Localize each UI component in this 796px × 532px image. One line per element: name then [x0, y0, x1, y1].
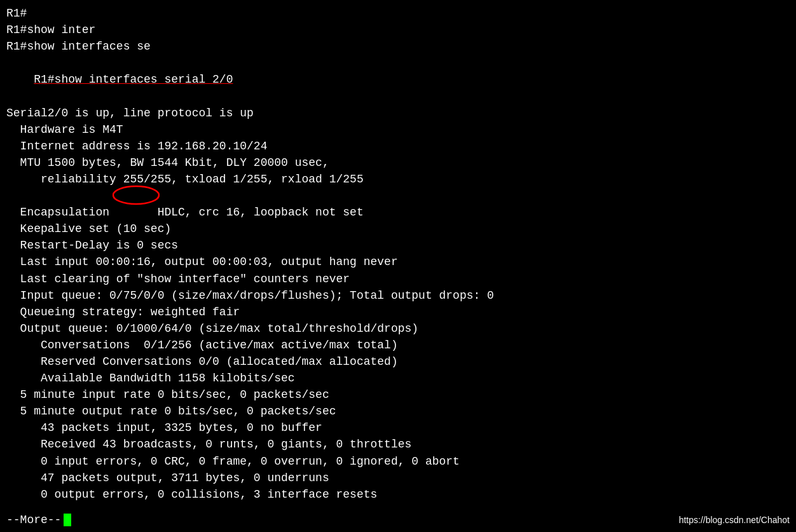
- hdlc-circle: [113, 185, 160, 205]
- line-packets-output: 47 packets output, 3711 bytes, 0 underru…: [6, 470, 790, 486]
- line-restart-delay: Restart-Delay is 0 secs: [6, 237, 790, 254]
- line-5min-input: 5 minute input rate 0 bits/sec, 0 packet…: [6, 386, 790, 403]
- line-available-bandwidth: Available Bandwidth 1158 kilobits/sec: [6, 370, 790, 386]
- line-r1-prompt: R1#: [6, 5, 790, 22]
- line-encapsulation: Encapsulation HDLC, crc 16, loopback not…: [6, 188, 790, 221]
- line-show-interfaces-serial: R1#show interfaces serial 2/0: [6, 55, 790, 104]
- underlined-command: R1#show interfaces serial 2/0: [34, 73, 233, 86]
- bottom-bar: --More-- https://blog.csdn.net/Chahot: [0, 512, 796, 528]
- line-show-inter: R1#show inter: [6, 22, 790, 38]
- line-keepalive: Keepalive set (10 sec): [6, 221, 790, 237]
- line-received: Received 43 broadcasts, 0 runts, 0 giant…: [6, 436, 790, 453]
- svg-point-0: [113, 186, 159, 204]
- line-output-errors: 0 output errors, 0 collisions, 3 interfa…: [6, 486, 790, 503]
- cursor: [64, 514, 71, 526]
- more-prompt[interactable]: --More--: [6, 512, 71, 528]
- line-reserved-conversations: Reserved Conversations 0/0 (allocated/ma…: [6, 353, 790, 370]
- line-hardware: Hardware is M4T: [6, 121, 790, 138]
- line-5min-output: 5 minute output rate 0 bits/sec, 0 packe…: [6, 403, 790, 419]
- hdlc-wrapper: HDLC: [116, 188, 185, 221]
- line-serial-status: Serial2/0 is up, line protocol is up: [6, 105, 790, 121]
- line-show-interfaces-se: R1#show interfaces se: [6, 38, 790, 55]
- line-output-queue: Output queue: 0/1000/64/0 (size/max tota…: [6, 320, 790, 337]
- line-reliability: reliability 255/255, txload 1/255, rxloa…: [6, 171, 790, 188]
- line-last-clearing: Last clearing of "show interface" counte…: [6, 271, 790, 287]
- more-text: --More--: [6, 512, 61, 528]
- watermark: https://blog.csdn.net/Chahot: [679, 514, 790, 526]
- line-mtu: MTU 1500 bytes, BW 1544 Kbit, DLY 20000 …: [6, 154, 790, 171]
- line-queueing: Queueing strategy: weighted fair: [6, 304, 790, 320]
- line-internet-addr: Internet address is 192.168.20.10/24: [6, 138, 790, 154]
- line-packets-input: 43 packets input, 3325 bytes, 0 no buffe…: [6, 419, 790, 436]
- line-input-queue: Input queue: 0/75/0/0 (size/max/drops/fl…: [6, 287, 790, 304]
- line-last-input: Last input 00:00:16, output 00:00:03, ou…: [6, 254, 790, 270]
- terminal: R1# R1#show inter R1#show interfaces se …: [0, 0, 796, 532]
- line-conversations: Conversations 0/1/256 (active/max active…: [6, 337, 790, 353]
- line-input-errors: 0 input errors, 0 CRC, 0 frame, 0 overru…: [6, 453, 790, 470]
